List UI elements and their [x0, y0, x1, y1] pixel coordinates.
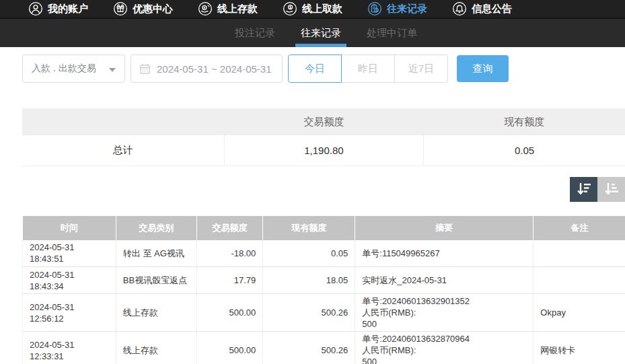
nav-item-label: 线上取款 [302, 3, 342, 15]
nav-item-withdraw[interactable]: 线上取款 [283, 1, 342, 16]
cell-remark: 网银转卡 [534, 332, 625, 364]
cell-time: 2024-05-31 12:56:12 [23, 294, 116, 332]
records-column-header: 交易额度 [196, 216, 263, 240]
cell-balance: 500.26 [263, 332, 355, 364]
summary-header-row: 交易额度 现有额度 [22, 108, 625, 135]
cell-balance: 500.26 [263, 294, 355, 332]
summary-current-balance: 0.05 [424, 135, 625, 166]
sort-descending-icon [576, 182, 592, 196]
cell-summary: 单号:202406013632901352人民币(RMB):500 [355, 294, 534, 332]
nav-item-label: 优惠中心 [133, 3, 173, 15]
summary-total-row: 总计 1,190.80 0.05 [22, 135, 625, 166]
tab-inactive[interactable]: 投注记录 [222, 19, 288, 47]
withdraw-icon [283, 1, 297, 16]
cell-amount: -18.00 [196, 240, 263, 267]
records-header-row: 时间交易类别交易额度现有额度摘要备注 [23, 216, 625, 240]
date-range-input[interactable]: 2024-05-31 ~ 2024-05-31 [131, 54, 283, 83]
cell-type: BB视讯骰宝返点 [116, 267, 196, 294]
summary-header-empty [22, 108, 224, 135]
cell-remark: Okpay [534, 294, 625, 332]
tab-active[interactable]: 往来记录 [288, 19, 354, 47]
calendar-icon [139, 63, 151, 75]
table-row: 2024-05-31 12:56:12线上存款500.00500.26单号:20… [23, 294, 625, 332]
summary-table: 交易额度 现有额度 总计 1,190.80 0.05 [22, 108, 625, 166]
summary-transaction-amount: 1,190.80 [224, 135, 424, 166]
cell-remark [534, 240, 625, 267]
cell-time: 2024-05-31 12:33:31 [23, 332, 116, 364]
records-column-header: 备注 [534, 216, 625, 240]
cell-time: 2024-05-31 18:43:51 [23, 240, 116, 267]
records-column-header: 现有额度 [263, 216, 355, 240]
nav-item-label: 线上存款 [217, 3, 258, 15]
cell-remark [534, 267, 625, 294]
summary-header-current-balance: 现有额度 [424, 108, 625, 135]
quick-date-buttons: 今日昨日近7日 [288, 54, 448, 83]
date-range-value: 2024-05-31 ~ 2024-05-31 [157, 63, 272, 75]
sort-ascending-button[interactable] [597, 177, 625, 202]
nav-item-label: 信息公告 [472, 3, 512, 15]
sort-controls [22, 177, 625, 202]
nav-item-deposit[interactable]: 线上存款 [198, 1, 258, 16]
nav-item-label: 我的账户 [48, 3, 88, 15]
cell-summary: 单号:115049965267 [355, 240, 534, 267]
gift-icon [113, 1, 128, 16]
filter-bar: 入款 . 出款交易 2024-05-31 ~ 2024-05-31 今日昨日近7… [22, 54, 625, 83]
top-navbar: 我的账户优惠中心线上存款线上取款往来记录信息公告 [0, 0, 625, 17]
cell-balance: 0.05 [263, 240, 355, 267]
tab-bar: 投注记录往来记录处理中订单 [0, 17, 625, 47]
cell-balance: 18.05 [263, 267, 355, 294]
summary-header-transaction-amount: 交易额度 [224, 108, 424, 135]
records-column-header: 时间 [23, 216, 116, 240]
table-row: 2024-05-31 18:43:51转出 至 AG视讯-18.000.05单号… [23, 240, 625, 267]
records-icon [367, 1, 382, 16]
table-row: 2024-05-31 12:33:31线上存款500.00500.26单号:20… [23, 332, 625, 364]
records-column-header: 摘要 [355, 216, 534, 240]
bell-icon [452, 1, 467, 16]
chevron-down-icon [109, 63, 116, 74]
tabs: 投注记录往来记录处理中订单 [27, 19, 625, 47]
quick-date-button[interactable]: 近7日 [394, 54, 448, 83]
records-tbody: 2024-05-31 18:43:51转出 至 AG视讯-18.000.05单号… [23, 240, 625, 364]
cell-amount: 500.00 [196, 332, 263, 364]
cell-summary: 单号:202406013632870964人民币(RMB):500 [355, 332, 534, 364]
nav-item-label: 往来记录 [387, 3, 427, 15]
main-content: 入款 . 出款交易 2024-05-31 ~ 2024-05-31 今日昨日近7… [0, 54, 625, 364]
cell-type: 转出 至 AG视讯 [116, 240, 196, 267]
cell-type: 线上存款 [116, 294, 196, 332]
records-column-header: 交易类别 [116, 216, 196, 240]
quick-date-button[interactable]: 昨日 [341, 54, 395, 83]
cell-type: 线上存款 [116, 332, 196, 364]
sort-descending-button[interactable] [570, 177, 597, 202]
nav-item-gift[interactable]: 优惠中心 [113, 1, 173, 16]
quick-date-button[interactable]: 今日 [288, 54, 342, 83]
user-icon [28, 1, 43, 16]
search-button[interactable]: 查询 [457, 55, 509, 82]
sort-ascending-icon [603, 182, 620, 196]
transaction-type-value: 入款 . 出款交易 [32, 63, 96, 75]
nav-item-bell[interactable]: 信息公告 [452, 1, 512, 16]
cell-summary: 实时返水_2024-05-31 [355, 267, 534, 294]
cell-amount: 17.79 [196, 267, 263, 294]
cell-time: 2024-05-31 18:43:34 [23, 267, 116, 294]
cell-amount: 500.00 [196, 294, 263, 332]
deposit-icon [198, 1, 213, 16]
tab-inactive[interactable]: 处理中订单 [354, 19, 430, 47]
table-row: 2024-05-31 18:43:34BB视讯骰宝返点17.7918.05实时返… [23, 267, 625, 294]
records-table: 时间交易类别交易额度现有额度摘要备注 2024-05-31 18:43:51转出… [22, 216, 625, 364]
transaction-type-select[interactable]: 入款 . 出款交易 [22, 54, 125, 83]
summary-total-label: 总计 [22, 135, 224, 166]
nav-item-records[interactable]: 往来记录 [367, 1, 427, 16]
nav-item-user[interactable]: 我的账户 [28, 1, 88, 16]
